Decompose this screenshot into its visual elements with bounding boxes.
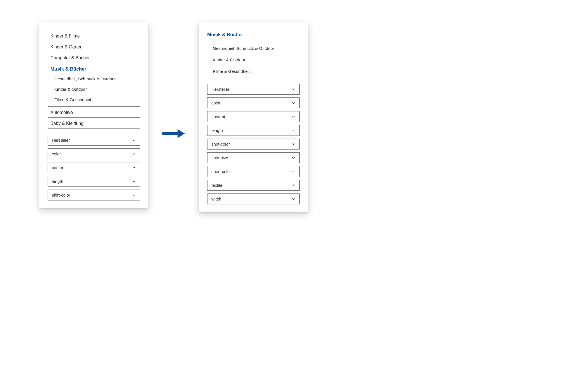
sub-item-label: Filme & Gesundheit [54,97,91,102]
filter-shoe-color[interactable]: shoe-color [207,166,300,177]
filter-textile[interactable]: textile [207,180,300,191]
category-nav: Kinder & Filme Kinder & Garten Computer … [48,30,140,129]
nav-item-label: Baby & Kleidung [50,121,83,126]
filter-label: width [211,197,221,201]
filter-width[interactable]: width [207,193,300,204]
nav-item-label: Kinder & Filme [50,34,80,38]
filter-label: color [211,101,221,105]
nav-item-label: Musik & Bücher [50,66,86,72]
filter-shirt-color[interactable]: shirt-color [48,190,140,200]
nav-item-computer-buecher[interactable]: Computer & Bücher [48,52,140,63]
nav-item-automotive[interactable]: Automotive [48,107,140,118]
filter-shirt-size[interactable]: shirt-size [207,152,300,163]
sub-item-label: Gesundheit, Schmuck & Outdoor [213,46,274,51]
filter-content[interactable]: content [48,162,140,173]
filter-hersteller[interactable]: Hersteller [48,135,140,146]
chevron-down-icon [291,197,295,201]
chevron-down-icon [291,101,295,105]
sub-item-kinder-outdoor[interactable]: Kinder & Outdoor [54,84,140,94]
filter-label: length [211,128,223,133]
chevron-down-icon [132,166,136,170]
filter-label: Hersteller [211,87,229,92]
heading-label: Musik & Bücher [207,32,243,37]
panel-before: Kinder & Filme Kinder & Garten Computer … [39,22,148,208]
svg-rect-0 [162,132,178,135]
transition-arrow [160,129,188,140]
sub-item-gesundheit-schmuck-outdoor[interactable]: Gesundheit, Schmuck & Outdoor [213,43,300,54]
active-category-heading[interactable]: Musik & Bücher [207,30,300,40]
sub-item-label: Filme & Gesundheit [213,69,250,74]
filter-length[interactable]: length [207,125,300,136]
filter-color[interactable]: color [207,97,300,108]
chevron-down-icon [291,129,295,132]
sub-item-filme-gesundheit[interactable]: Filme & Gesundheit [54,94,140,105]
filter-list: Hersteller color content length shirt-co… [48,135,140,200]
chevron-down-icon [291,142,295,146]
filter-label: content [211,114,225,119]
filter-list: Hersteller color content length shirt-co… [207,84,300,204]
filter-color[interactable]: color [48,148,140,159]
nav-item-musik-buecher[interactable]: Musik & Bücher [48,63,140,72]
nav-item-label: Kinder & Garten [50,45,83,49]
filter-label: shirt-color [211,142,230,146]
filter-label: shirt-size [211,155,228,160]
filter-label: content [52,165,66,170]
sub-item-filme-gesundheit[interactable]: Filme & Gesundheit [213,66,300,77]
sub-item-gesundheit-schmuck-outdoor[interactable]: Gesundheit, Schmuck & Outdoor [54,74,140,84]
filter-content[interactable]: content [207,111,300,122]
sub-item-label: Kinder & Outdoor [213,57,245,62]
filter-length[interactable]: length [48,176,140,187]
arrow-right-icon [162,135,185,139]
filter-label: color [52,151,61,156]
nav-item-label: Computer & Bücher [50,55,90,60]
chevron-down-icon [291,87,295,91]
nav-item-kinder-garten[interactable]: Kinder & Garten [48,41,140,52]
svg-marker-1 [178,129,185,138]
panel-after: Musik & Bücher Gesundheit, Schmuck & Out… [199,22,308,212]
filter-label: textile [211,183,222,188]
filter-label: Hersteller [52,138,70,143]
filter-label: length [52,179,63,184]
filter-label: shirt-color [52,193,70,197]
filter-shirt-color[interactable]: shirt-color [207,139,300,150]
chevron-down-icon [132,152,136,156]
nav-item-musik-buecher-children: Gesundheit, Schmuck & Outdoor Kinder & O… [48,72,140,107]
chevron-down-icon [291,115,295,119]
subcategory-list: Gesundheit, Schmuck & Outdoor Kinder & O… [207,40,300,79]
sub-item-label: Gesundheit, Schmuck & Outdoor [54,76,116,81]
nav-item-baby-kleidung[interactable]: Baby & Kleidung [48,118,140,129]
chevron-down-icon [132,138,136,142]
sub-item-kinder-outdoor[interactable]: Kinder & Outdoor [213,54,300,66]
chevron-down-icon [291,170,295,174]
chevron-down-icon [132,179,136,183]
subcategory-list: Gesundheit, Schmuck & Outdoor Kinder & O… [48,72,140,106]
filter-hersteller[interactable]: Hersteller [207,84,300,95]
nav-item-label: Automotive [50,110,73,115]
filter-label: shoe-color [211,169,231,174]
chevron-down-icon [291,156,295,160]
chevron-down-icon [291,183,295,187]
nav-item-kinder-filme[interactable]: Kinder & Filme [48,30,140,41]
chevron-down-icon [132,193,136,197]
sub-item-label: Kinder & Outdoor [54,87,87,92]
